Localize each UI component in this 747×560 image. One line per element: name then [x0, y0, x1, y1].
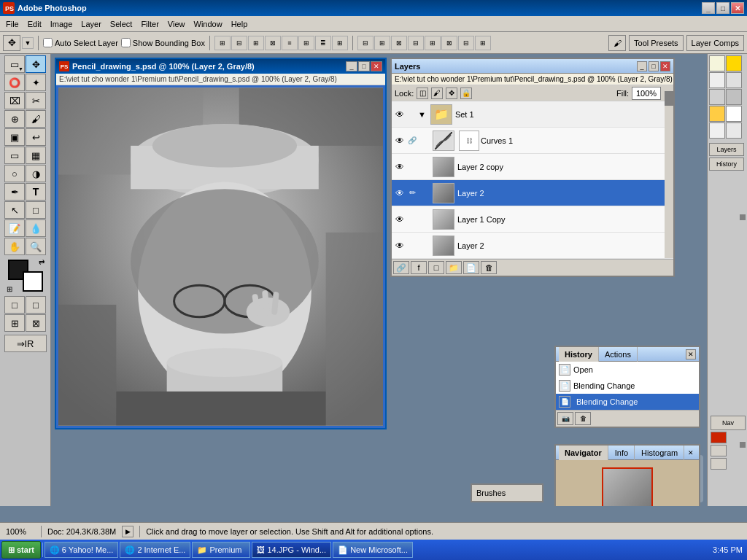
history-btn-new[interactable]: 📷 — [557, 412, 573, 425]
align-btn-7[interactable]: ⊟ — [458, 36, 474, 50]
fill-input[interactable] — [632, 87, 661, 100]
history-row-blend1[interactable]: 📄 Blending Change — [556, 378, 699, 394]
jump-to-imageready[interactable]: ⇒IR — [4, 335, 47, 352]
maximize-button[interactable]: □ — [716, 2, 729, 14]
layer-row-layer1copy[interactable]: 👁 Layer 1 Copy — [392, 206, 673, 233]
tool-presets-button[interactable]: Tool Presets — [629, 35, 684, 51]
history-btn-delete[interactable]: 🗑 — [575, 412, 591, 425]
align-btn-5[interactable]: ⊞ — [425, 36, 441, 50]
transform-btn-8[interactable]: ⊞ — [332, 36, 348, 50]
tool-slice[interactable]: ✂ — [26, 92, 46, 109]
tool-pen[interactable]: ✒ — [4, 183, 25, 201]
tool-magic-wand[interactable]: ✦ — [26, 74, 46, 91]
menu-window[interactable]: Window — [190, 17, 227, 31]
transform-btn-6[interactable]: ⊞ — [298, 36, 314, 50]
layers-btn-effect[interactable]: f — [411, 261, 427, 274]
layers-btn-link[interactable]: 🔗 — [393, 261, 409, 274]
tool-brush[interactable]: 🖌 — [26, 110, 46, 128]
show-bounding-box-checkbox[interactable] — [121, 38, 131, 47]
align-btn-1[interactable]: ⊟ — [357, 36, 374, 50]
auto-select-label[interactable]: Auto Select Layer — [43, 38, 118, 47]
tool-gradient[interactable]: ▦ — [26, 147, 46, 164]
palette-color-7[interactable] — [709, 106, 725, 122]
transform-btn-7[interactable]: ≣ — [315, 36, 331, 50]
lock-move-btn[interactable]: ✥ — [446, 88, 457, 99]
taskbar-premium[interactable]: 📁 Premium — [192, 542, 250, 558]
history-row-blend2[interactable]: 📄 Blending Change — [556, 394, 699, 410]
taskbar-jpg[interactable]: 🖼 14.JPG - Wind... — [252, 542, 331, 558]
menu-view[interactable]: View — [163, 17, 190, 31]
auto-select-checkbox[interactable] — [43, 38, 53, 47]
layer-eye-layer2[interactable]: 👁 — [393, 187, 406, 200]
doc-close[interactable]: ✕ — [371, 61, 382, 71]
start-button[interactable]: ⊞ start — [1, 541, 41, 559]
doc-maximize[interactable]: □ — [358, 61, 370, 71]
tool-lasso[interactable]: ⭕ — [4, 74, 25, 91]
menu-filter[interactable]: Filter — [136, 17, 163, 31]
palette-color-8[interactable] — [726, 106, 742, 122]
tool-text[interactable]: T — [26, 183, 46, 201]
taskbar-yahoo[interactable]: 🌐 6 Yahoo! Me... — [44, 542, 119, 558]
panel-btn-red[interactable] — [711, 432, 727, 443]
layers-scrollbar-thumb[interactable] — [665, 91, 673, 106]
lock-paint-btn[interactable]: 🖌 — [431, 88, 443, 99]
background-color[interactable] — [23, 271, 43, 292]
lock-transparent-btn[interactable]: ◫ — [417, 88, 428, 99]
transform-btn-3[interactable]: ⊞ — [248, 36, 264, 50]
transform-btn-2[interactable]: ⊟ — [231, 36, 247, 50]
tool-marquee[interactable]: ▭▼ — [4, 55, 25, 73]
tab-actions[interactable]: Actions — [599, 347, 638, 362]
tool-eraser[interactable]: ▭ — [4, 147, 25, 164]
layer-row-curves1[interactable]: 👁 🔗 ⛓ Curves 1 — [392, 128, 673, 154]
taskbar-microsoft[interactable]: 📄 New Microsoft... — [333, 542, 413, 558]
tool-path[interactable]: ↖ — [4, 201, 25, 219]
layer-eye-layer2copy[interactable]: 👁 — [393, 160, 406, 174]
layer-eye-curves1[interactable]: 👁 — [393, 134, 406, 147]
tool-history-brush[interactable]: ↩ — [26, 128, 46, 146]
history-panel-close[interactable]: ✕ — [686, 349, 696, 359]
align-btn-4[interactable]: ⊟ — [408, 36, 424, 50]
expand-layers-btn[interactable]: Layers — [709, 143, 744, 156]
history-row-open[interactable]: 📄 Open — [556, 362, 699, 378]
lock-all-btn[interactable]: 🔒 — [460, 88, 472, 99]
move-tool-btn[interactable]: ✥ — [3, 35, 20, 51]
transform-btn-4[interactable]: ⊠ — [265, 36, 281, 50]
panel-btn-nav[interactable]: Nav — [711, 416, 746, 430]
palette-color-9[interactable] — [709, 122, 725, 139]
palette-color-4[interactable] — [726, 72, 742, 88]
tool-mode-screen[interactable]: ⊞ — [4, 314, 25, 332]
tab-info[interactable]: Info — [609, 446, 635, 460]
tab-history[interactable]: History — [559, 347, 599, 362]
default-colors[interactable]: ⊞ — [7, 285, 12, 293]
transform-btn-5[interactable]: ≡ — [282, 36, 298, 50]
tool-mode-fullscreen[interactable]: ⊠ — [26, 314, 46, 332]
menu-layer[interactable]: Layer — [77, 17, 106, 31]
palette-scroll-up[interactable] — [740, 214, 746, 220]
menu-image[interactable]: Image — [46, 17, 77, 31]
tool-hand[interactable]: ✋ — [4, 238, 25, 255]
layers-btn-delete[interactable]: 🗑 — [481, 261, 497, 274]
layer-row-layer2copy[interactable]: 👁 Layer 2 copy — [392, 154, 673, 180]
align-btn-2[interactable]: ⊞ — [374, 36, 390, 50]
layers-panel-maximize[interactable]: □ — [649, 61, 659, 71]
layers-panel-minimize[interactable]: _ — [637, 61, 647, 71]
tool-move[interactable]: ✥ — [26, 55, 46, 73]
layer-row-set1[interactable]: 👁 ▼ 📁 Set 1 — [392, 101, 673, 128]
palette-color-5[interactable] — [709, 89, 725, 105]
minimize-button[interactable]: _ — [702, 2, 715, 14]
tool-healing[interactable]: ⊕ — [4, 110, 25, 128]
align-btn-3[interactable]: ⊠ — [391, 36, 407, 50]
layer-row-layer2b[interactable]: 👁 Layer 2 — [392, 233, 673, 259]
layer-eye-layer1copy[interactable]: 👁 — [393, 213, 406, 226]
tool-mode-quick[interactable]: □ — [26, 296, 46, 314]
layer-comps-button[interactable]: Layer Comps — [686, 35, 744, 51]
tool-mode-normal[interactable]: □ — [4, 296, 25, 314]
align-btn-6[interactable]: ⊠ — [441, 36, 457, 50]
layers-panel-close[interactable]: ✕ — [660, 61, 670, 71]
palette-color-2[interactable] — [726, 55, 742, 71]
navigator-panel-close[interactable]: ✕ — [686, 448, 696, 458]
status-arrow-btn[interactable]: ▶ — [122, 526, 133, 537]
layers-btn-new-set[interactable]: 📁 — [446, 261, 462, 274]
menu-select[interactable]: Select — [106, 17, 137, 31]
transform-btn-1[interactable]: ⊞ — [214, 36, 231, 50]
